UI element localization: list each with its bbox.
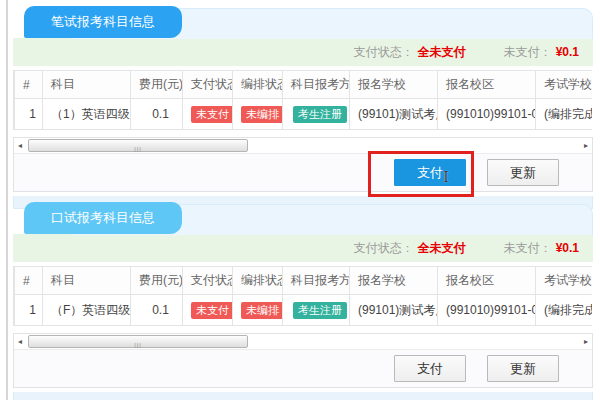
col-subject: 科目: [43, 71, 131, 99]
pay-status-value: 全未支付: [418, 45, 466, 59]
oral-subjects-table-wrap: # 科目 费用(元) 支付状态 编排状态 科目报考方式 报名学校 报名校区 考试…: [13, 266, 592, 326]
scrollbar-thumb[interactable]: |||: [28, 139, 248, 152]
col-school: 报名学校: [350, 71, 438, 99]
update-button[interactable]: 更新: [487, 159, 559, 186]
text-cursor-icon: I: [443, 168, 449, 186]
col-campus: 报名校区: [438, 267, 536, 295]
scrollbar-thumb[interactable]: |||: [28, 335, 248, 348]
unpaid-badge: 未支付: [191, 106, 233, 123]
cell-exam-school: (编排完成后: [536, 99, 593, 130]
written-payment-status-bar: 支付状态：全未支付未支付：¥0.1: [13, 38, 593, 66]
scrollbar-grip-icon: |||: [134, 342, 142, 348]
pay-status-value: 全未支付: [418, 241, 466, 255]
cell-fee: 0.1: [131, 99, 183, 130]
col-index: #: [15, 267, 43, 295]
cell-fee: 0.1: [131, 295, 183, 326]
pay-button[interactable]: 支付: [394, 355, 466, 382]
horizontal-scrollbar[interactable]: ◂ ||| ▸: [14, 334, 592, 350]
col-exam-school: 考试学校: [536, 267, 593, 295]
cell-school: (99101)测试考点-1: [350, 99, 438, 130]
pay-button-wrap: 支付: [394, 159, 466, 186]
pay-button[interactable]: 支付: [394, 159, 466, 186]
cell-pay-status: 未支付: [183, 99, 233, 130]
scroll-right-icon[interactable]: ▸: [581, 335, 591, 348]
table-header-row: # 科目 费用(元) 支付状态 编排状态 科目报考方式 报名学校 报名校区 考试…: [15, 267, 593, 295]
update-button[interactable]: 更新: [487, 355, 559, 382]
col-campus: 报名校区: [438, 71, 536, 99]
register-mode-badge: 考生注册: [293, 106, 347, 123]
unpaid-label: 未支付：: [504, 45, 552, 59]
col-fee: 费用(元): [131, 71, 183, 99]
written-subjects-table-wrap: # 科目 费用(元) 支付状态 编排状态 科目报考方式 报名学校 报名校区 考试…: [13, 70, 592, 130]
oral-table-footer: ◂ ||| ▸ 支付 更新: [13, 333, 593, 388]
col-subject: 科目: [43, 267, 131, 295]
col-pay-status: 支付状态: [183, 71, 233, 99]
col-exam-school: 考试学校: [536, 71, 593, 99]
written-button-row: 支付 更新: [14, 154, 592, 191]
written-tab-bar: 笔试报考科目信息: [13, 5, 593, 38]
oral-button-row: 支付 更新: [14, 350, 592, 387]
pay-status-label: 支付状态：: [354, 241, 414, 255]
oral-section-footer-strip: [13, 392, 593, 400]
scrollbar-grip-icon: |||: [134, 146, 142, 152]
cell-campus: (991010)99101-0学区: [438, 99, 536, 130]
unscheduled-badge: 未编排: [241, 302, 283, 319]
table-row: 1 （F）英语四级口试 0.1 未支付 未编排 考生注册 (99101)测试考点…: [15, 295, 593, 326]
col-register-mode: 科目报考方式: [283, 267, 350, 295]
register-mode-badge: 考生注册: [293, 302, 347, 319]
col-register-mode: 科目报考方式: [283, 71, 350, 99]
col-schedule-status: 编排状态: [233, 267, 283, 295]
oral-payment-status-bar: 支付状态：全未支付未支付：¥0.1: [13, 234, 593, 262]
cell-schedule-status: 未编排: [233, 99, 283, 130]
pay-status-label: 支付状态：: [354, 45, 414, 59]
page-left-border: [6, 0, 8, 400]
cell-schedule-status: 未编排: [233, 295, 283, 326]
written-subjects-table: # 科目 费用(元) 支付状态 编排状态 科目报考方式 报名学校 报名校区 考试…: [14, 70, 592, 130]
scroll-left-icon[interactable]: ◂: [15, 335, 25, 348]
scroll-right-icon[interactable]: ▸: [581, 139, 591, 152]
unscheduled-badge: 未编排: [241, 106, 283, 123]
cell-subject: （1）英语四级笔试: [43, 99, 131, 130]
written-exam-section: 笔试报考科目信息 支付状态：全未支付未支付：¥0.1 # 科目 费用(元) 支付…: [13, 5, 593, 209]
cell-exam-school: (编排完成后: [536, 295, 593, 326]
cell-pay-status: 未支付: [183, 295, 233, 326]
col-school: 报名学校: [350, 267, 438, 295]
horizontal-scrollbar[interactable]: ◂ ||| ▸: [14, 138, 592, 154]
cell-subject: （F）英语四级口试: [43, 295, 131, 326]
col-fee: 费用(元): [131, 267, 183, 295]
col-pay-status: 支付状态: [183, 267, 233, 295]
unpaid-label: 未支付：: [504, 241, 552, 255]
unpaid-badge: 未支付: [191, 302, 233, 319]
cell-campus: (991010)99101-0学区: [438, 295, 536, 326]
unpaid-amount: ¥0.1: [556, 45, 579, 59]
cell-register-mode: 考生注册: [283, 99, 350, 130]
tab-oral-exam-info[interactable]: 口试报考科目信息: [24, 202, 182, 234]
written-table-footer: ◂ ||| ▸ 支付 更新: [13, 137, 593, 192]
oral-tab-bar: 口试报考科目信息: [13, 201, 593, 234]
scroll-left-icon[interactable]: ◂: [15, 139, 25, 152]
oral-subjects-table: # 科目 费用(元) 支付状态 编排状态 科目报考方式 报名学校 报名校区 考试…: [14, 266, 592, 326]
col-schedule-status: 编排状态: [233, 71, 283, 99]
tab-written-exam-info[interactable]: 笔试报考科目信息: [24, 6, 182, 38]
cell-register-mode: 考生注册: [283, 295, 350, 326]
oral-exam-section: 口试报考科目信息 支付状态：全未支付未支付：¥0.1 # 科目 费用(元) 支付…: [13, 201, 593, 400]
unpaid-amount: ¥0.1: [556, 241, 579, 255]
table-row: 1 （1）英语四级笔试 0.1 未支付 未编排 考生注册 (99101)测试考点…: [15, 99, 593, 130]
cell-index: 1: [15, 295, 43, 326]
col-index: #: [15, 71, 43, 99]
cell-index: 1: [15, 99, 43, 130]
table-header-row: # 科目 费用(元) 支付状态 编排状态 科目报考方式 报名学校 报名校区 考试…: [15, 71, 593, 99]
cell-school: (99101)测试考点-1: [350, 295, 438, 326]
